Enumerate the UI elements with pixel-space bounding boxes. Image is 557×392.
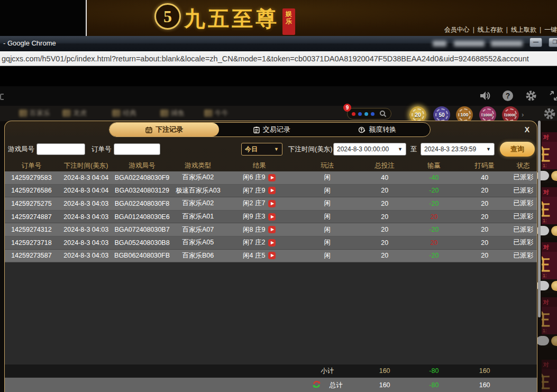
result-text: 闲7 庄2 [243, 238, 265, 247]
game-category-icon [19, 110, 28, 117]
cell-round-id: BGA03240803129 [114, 187, 170, 194]
result-text: 闲8 庄9 [243, 225, 265, 234]
chrome-urlbar[interactable]: gqjcxs.com/h5V01/pc/index.html?return=ab… [0, 51, 557, 66]
chrome-titlebar[interactable]: - Google Chrome — ❐ [0, 36, 557, 51]
minimize-button[interactable]: — [529, 38, 542, 47]
start-time-select[interactable]: 2024-8-3 00:00:00 ▼ [333, 143, 406, 156]
tab-transaction-records[interactable]: 交易记录 [219, 123, 325, 136]
lobby-menu-item[interactable]: 经典 [112, 108, 136, 118]
fullscreen-icon[interactable] [549, 90, 557, 102]
start-time-value: 2024-8-3 00:00:00 [337, 145, 389, 153]
url-text[interactable]: gqjcxs.com/h5V01/pc/index.html?return=ab… [0, 54, 529, 63]
replay-play-icon[interactable]: ▶ [268, 252, 276, 259]
col-status: 状态 [509, 161, 538, 170]
cell-round-id: BGA052408030B8 [114, 239, 170, 247]
table-row[interactable]: 14259275275 2024-8-3 04:03 BGA022408030F… [5, 197, 537, 211]
end-time-value: 2024-8-3 23:59:59 [424, 145, 476, 153]
nav-deposit[interactable]: 线上存款 [478, 26, 503, 33]
search-button[interactable]: 查询 [500, 142, 535, 157]
date-range-select[interactable]: 今日 ▼ [241, 143, 282, 156]
cell-round-id: BGA012408030E6 [114, 213, 170, 221]
lobby-menu-item[interactable]: 牛牛 [204, 108, 229, 118]
result-text: 闲9 庄3 [243, 212, 265, 221]
cell-win-loss: -20 [407, 252, 461, 259]
replay-play-icon[interactable]: ▶ [268, 226, 276, 233]
replay-play-icon[interactable]: ▶ [268, 174, 276, 181]
magnifier-icon[interactable] [379, 110, 387, 117]
table-row[interactable]: 14259273587 2024-8-3 04:03 BGB062408030F… [5, 250, 537, 263]
cell-total-bet: 20 [362, 252, 407, 259]
settings-gear-icon[interactable] [525, 90, 537, 102]
subtotal-row: 小计 160 -80 160 [5, 364, 537, 377]
chip-ring [504, 108, 517, 121]
scrollbar[interactable] [538, 121, 541, 317]
cell-valid-bet: 20 [461, 239, 509, 247]
tab-label: 额度转换 [369, 125, 396, 134]
nav-withdraw[interactable]: 线上取款 [511, 26, 536, 33]
nav-member-center[interactable]: 会员中心 [444, 26, 470, 33]
tab-label: 交易记录 [263, 125, 290, 134]
site-logo: 5 九五至尊 娱 乐 [154, 3, 295, 35]
odds-text: 1: [543, 273, 547, 278]
pair-label: 对 [542, 242, 557, 252]
badge-char-2: 乐 [286, 17, 292, 25]
nav-separator: | [540, 26, 541, 33]
cell-status: 已派彩 [509, 225, 538, 234]
lobby-menu-item[interactable]: 捕鱼 [160, 108, 185, 118]
cell-win-loss: -20 [407, 226, 461, 233]
cell-status: 已派彩 [509, 251, 538, 260]
table-row[interactable]: 14259274887 2024-8-3 04:03 BGA012408030E… [5, 211, 537, 224]
tab-bet-records[interactable]: 下注记录 [109, 123, 219, 136]
help-icon[interactable]: ? [502, 90, 514, 102]
refresh-icon[interactable] [312, 380, 321, 390]
cell-game-type: 百家乐A05 [170, 238, 226, 247]
pill-button [537, 336, 549, 345]
table-header: 订单号 下注时间(美东) 游戏局号 游戏类型 结果 玩法 总投注 输赢 打码量 … [5, 159, 537, 172]
cell-result: 闲9 庄3 ▶ [226, 212, 293, 221]
cell-total-bet: 20 [362, 213, 407, 221]
cell-game-type: 极速百家乐A03 [170, 186, 226, 195]
table-row[interactable]: 14259279583 2024-8-3 04:04 BGA022408030F… [5, 171, 537, 185]
speaker-icon[interactable] [479, 90, 490, 102]
coin-button [551, 281, 557, 291]
lobby-menu-item[interactable]: 龙虎 [62, 108, 87, 118]
nav-one-key[interactable]: 一键 [544, 26, 557, 33]
cell-valid-bet: 20 [461, 252, 509, 259]
grand-total-row: 总计 160 -80 160 [5, 377, 537, 392]
cell-game-type: 百家乐A02 [170, 199, 226, 208]
replay-play-icon[interactable]: ▶ [268, 213, 276, 221]
menu-label: 龙虎 [73, 108, 87, 118]
table-row[interactable]: 14259273718 2024-8-3 04:03 BGA052408030B… [5, 236, 537, 250]
cell-result: 闲4 庄5 ▶ [226, 251, 293, 260]
badge-char-1: 娱 [286, 10, 292, 17]
close-icon[interactable]: X [525, 125, 529, 134]
cell-total-bet: 20 [362, 200, 407, 207]
road-map-pill[interactable] [347, 108, 391, 120]
replay-play-icon[interactable]: ▶ [268, 200, 276, 207]
chevron-down-icon: ▼ [274, 147, 279, 152]
order-number-input[interactable] [114, 143, 160, 155]
cell-bet-time: 2024-8-3 04:03 [58, 213, 114, 221]
col-bet-time: 下注时间(美东) [58, 161, 114, 170]
lobby-menu-item[interactable]: 百家乐 [19, 108, 50, 118]
tab-quota-transfer[interactable]: 额度转换 [325, 123, 431, 136]
menu-label: 百家乐 [30, 108, 50, 118]
chip-settings-icon[interactable] [543, 107, 556, 122]
grand-total-label: 总计 [330, 381, 343, 390]
cell-bet-time: 2024-8-3 04:03 [58, 239, 114, 247]
table-row[interactable]: 14259274312 2024-8-3 04:03 BGA072408030B… [5, 223, 537, 236]
cell-result: 闲6 庄9 ▶ [226, 173, 293, 182]
cell-bet-time: 2024-8-3 04:04 [58, 187, 114, 194]
end-time-select[interactable]: 2024-8-3 23:59:59 ▼ [421, 143, 495, 156]
table-row[interactable]: 14259276586 2024-8-3 04:04 BGA0324080312… [5, 185, 537, 198]
cell-round-id: BGA022408030F8 [114, 200, 170, 207]
game-category-icon [204, 110, 213, 117]
pair-label: 对 [542, 132, 557, 142]
col-valid-bet: 打码量 [461, 161, 509, 170]
banker-char: 庄 [542, 371, 550, 392]
replay-play-icon[interactable]: ▶ [268, 239, 276, 247]
chips-more-arrow[interactable]: › [522, 111, 524, 118]
maximize-button[interactable]: ❐ [549, 38, 557, 47]
game-round-input[interactable] [36, 143, 85, 155]
replay-play-icon[interactable]: ▶ [268, 187, 276, 194]
